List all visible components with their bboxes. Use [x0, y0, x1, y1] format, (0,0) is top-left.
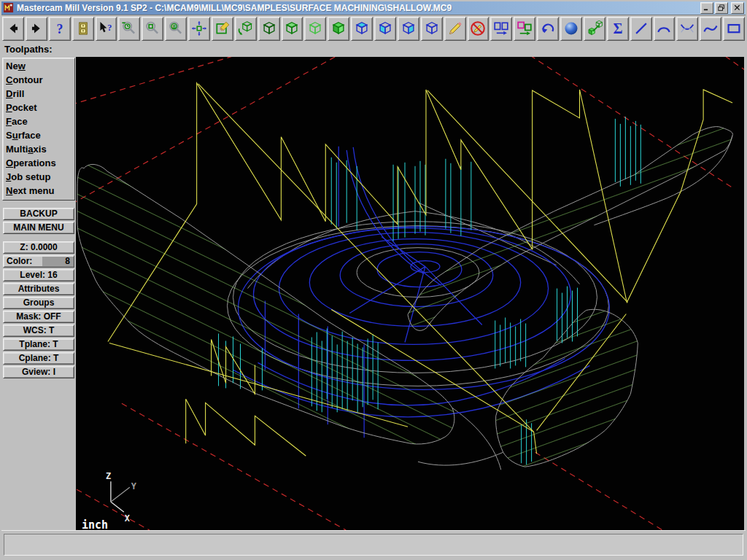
viewport-canvas[interactable]: Z Y X inch [76, 57, 746, 530]
wcs-label: WCS: T [23, 325, 55, 335]
toolbar: ??8Σ [1, 15, 746, 42]
z-depth-button[interactable]: Z: 0.0000 [3, 241, 74, 254]
surface-toolpath-pocket [496, 309, 638, 467]
rectangle-button[interactable] [723, 17, 745, 41]
title-bar: Mastercam Mill Version 9.1 SP2 - C:\MCAM… [1, 1, 746, 15]
screens-forward-button[interactable] [490, 17, 512, 41]
menu-item-pocket-text: P [6, 102, 12, 113]
context-help-button[interactable]: ? [96, 17, 117, 41]
cad-scene: Z Y X inch [76, 57, 744, 530]
delete-pencil-button[interactable] [468, 17, 489, 41]
menu-item-contour-text: C [6, 74, 12, 85]
groups-button[interactable]: Groups [3, 297, 74, 309]
tplane-button[interactable]: Tplane: T [3, 338, 74, 351]
gview-cube-top-green-button[interactable] [282, 17, 303, 41]
cube-blue-top-button[interactable] [351, 17, 373, 41]
svg-text:?: ? [108, 23, 112, 34]
help-button[interactable]: ? [49, 17, 71, 41]
minimize-button[interactable] [700, 2, 713, 14]
menu-item-next-menu-text: N [6, 185, 12, 196]
window-controls [700, 2, 744, 14]
menu-item-new[interactable]: New [3, 59, 74, 73]
prompt-bar[interactable] [1, 530, 746, 559]
menu-item-multiaxis-text: xis [34, 144, 47, 155]
menu-item-face-text: ace [12, 116, 28, 127]
svg-text:?: ? [56, 22, 63, 36]
cube-blue-wire-button[interactable] [421, 17, 443, 41]
backup-label: BACKUP [20, 209, 57, 219]
menu-item-pocket[interactable]: Pocket [3, 101, 74, 114]
menu-item-operations-text: perations [13, 158, 56, 168]
axes-gnomon: Z Y X [106, 471, 137, 524]
axis-z-label: Z [106, 471, 111, 481]
sigma-button[interactable]: Σ [607, 17, 629, 41]
fit-screen-button[interactable] [188, 17, 210, 41]
prompt-input-area[interactable] [4, 534, 743, 556]
zoom-previous-button[interactable] [118, 17, 140, 41]
menu-item-face-text: F [6, 116, 12, 127]
menu-item-new-text: Ne [6, 61, 18, 71]
menu-item-pocket-text: ocket [12, 102, 37, 113]
screens-combine-button[interactable] [514, 17, 535, 41]
spline-button[interactable] [700, 17, 721, 41]
menu-item-drill[interactable]: Drill [3, 87, 74, 101]
cubes-export-button[interactable] [584, 17, 605, 41]
file-cabinet-button[interactable] [72, 17, 94, 41]
backup-button[interactable]: BACKUP [3, 208, 74, 220]
main-menu-button[interactable]: MAIN MENU [3, 222, 74, 234]
rotate-view-button[interactable] [235, 17, 257, 41]
toolpaths-header-label: Toolpaths: [4, 44, 52, 55]
menu-item-drill-text: D [6, 88, 12, 99]
svg-text:8: 8 [173, 23, 177, 30]
menu-item-surface-text: rface [18, 130, 41, 141]
menu-item-surface[interactable]: Surface [3, 128, 74, 142]
sidebar: NewContourDrillPocketFaceSurfaceMultiaxi… [1, 57, 76, 530]
line-button[interactable] [630, 17, 652, 41]
zoom-scale-button[interactable]: 8 [165, 17, 187, 41]
gview-cube-outline-green-button[interactable] [304, 17, 326, 41]
menu-item-multiaxis[interactable]: Multiaxis [3, 142, 74, 156]
menu-item-operations[interactable]: Operations [3, 156, 74, 170]
restore-button[interactable] [715, 2, 728, 14]
menu-item-new-text: w [18, 61, 26, 71]
trim-curves-button[interactable] [676, 17, 698, 41]
zoom-window-button[interactable] [142, 17, 163, 41]
forward-arrow-button[interactable] [26, 17, 47, 41]
mask-label: Mask: OFF [16, 311, 61, 322]
gview-button[interactable]: Gview: I [3, 366, 74, 378]
menu-item-multiaxis-text: Multi [6, 144, 28, 155]
back-arrow-button[interactable] [2, 17, 24, 41]
menu-item-surface-text: u [12, 130, 18, 141]
pencil-button[interactable] [444, 17, 466, 41]
menu-item-next-menu-text: ext menu [12, 185, 54, 196]
cplane-button[interactable]: Cplane: T [3, 352, 74, 365]
menu-item-contour[interactable]: Contour [3, 73, 74, 87]
sidebar-buttons: BACKUPMAIN MENUZ: 0.0000Color:8Level: 16… [2, 207, 75, 379]
undo-button[interactable] [537, 17, 559, 41]
mask-button[interactable]: Mask: OFF [3, 311, 74, 323]
menu-item-job-setup[interactable]: Job setup [3, 170, 74, 184]
app-window: Mastercam Mill Version 9.1 SP2 - C:\MCAM… [0, 0, 747, 560]
menu-item-surface-text: S [6, 130, 12, 141]
repaint-button[interactable] [212, 17, 233, 41]
menu-item-next-menu[interactable]: Next menu [3, 184, 74, 198]
groups-label: Groups [23, 298, 55, 308]
shade-sphere-button[interactable] [560, 17, 582, 41]
menu-item-job-setup-text: ob setup [11, 171, 50, 182]
menu-item-drill-text: rill [12, 88, 24, 99]
close-button[interactable] [731, 2, 744, 14]
level-button[interactable]: Level: 16 [3, 269, 74, 281]
attributes-button[interactable]: Attributes [3, 283, 74, 295]
menu-item-operations-text: O [6, 158, 13, 168]
menu-item-face[interactable]: Face [3, 114, 74, 128]
unit-label: inch [82, 518, 108, 530]
wcs-button[interactable]: WCS: T [3, 324, 74, 337]
gview-cube-solid-green-button[interactable] [328, 17, 349, 41]
gview-cube-wire-green-button[interactable] [258, 17, 280, 41]
arc-button[interactable] [654, 17, 676, 41]
cube-blue-side-button[interactable] [398, 17, 419, 41]
level-label: Level: 16 [20, 270, 57, 280]
color-button[interactable]: Color:8 [3, 255, 74, 268]
color-value-chip: 8 [42, 257, 73, 266]
cube-blue-front-button[interactable] [374, 17, 396, 41]
